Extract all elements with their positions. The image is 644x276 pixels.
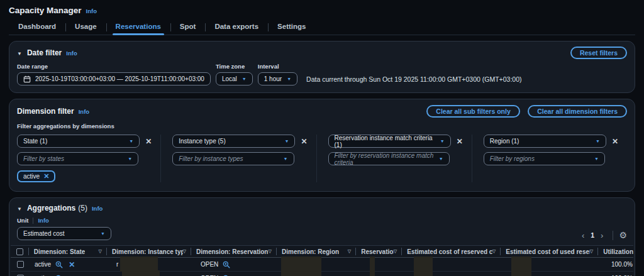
utilization-value: 100.0% <box>611 261 633 268</box>
zoom-in-icon[interactable] <box>223 261 230 268</box>
instance-type-dimension-select[interactable]: Instance type (5) ▼ <box>172 135 295 148</box>
date-filter-title: ▼ Date filter Info <box>17 48 77 57</box>
page-number[interactable]: 1 <box>588 231 597 239</box>
tab-reservations[interactable]: Reservations <box>106 19 170 35</box>
column-header-est-cost-used-reserved[interactable]: Estimated cost of used reserved capacity <box>506 248 590 255</box>
collapse-arrow-icon[interactable]: ▼ <box>17 206 22 212</box>
redacted-value <box>511 270 531 276</box>
column-header-region[interactable]: Dimension: Region <box>282 248 339 255</box>
dimension-filter-info-link[interactable]: Info <box>79 108 89 115</box>
tab-dashboard[interactable]: Dashboard <box>9 19 65 35</box>
redacted-value <box>511 257 531 272</box>
row-checkbox[interactable] <box>17 261 24 268</box>
column-header-reservations[interactable]: Reservations <box>361 248 394 255</box>
chevron-down-icon: ▼ <box>434 157 443 161</box>
table-row[interactable]: active ✕ u OPEN 100.0% <box>11 272 633 276</box>
tab-settings[interactable]: Settings <box>268 19 315 35</box>
dimension-filter-title: Dimension filter Info <box>17 107 89 116</box>
remove-row-filter-icon[interactable]: ✕ <box>69 274 75 276</box>
chevron-down-icon: ▼ <box>591 139 600 143</box>
date-filter-info-link[interactable]: Info <box>66 50 77 57</box>
calendar-icon <box>23 75 31 83</box>
aggregations-title: ▼ Aggregations (5) Info <box>17 204 103 213</box>
divider <box>33 218 33 224</box>
select-all-checkbox[interactable] <box>16 248 23 255</box>
column-header-utilization[interactable]: Utilization <box>603 248 633 255</box>
aggregations-table: Dimension: State▽ Dimension: Instance ty… <box>11 245 633 276</box>
remove-row-filter-icon[interactable]: ✕ <box>69 260 75 269</box>
chevron-down-icon: ▼ <box>279 157 288 161</box>
page-title-info-link[interactable]: Info <box>86 8 97 14</box>
column-header-est-cost-reserved[interactable]: Estimated cost of reserved capacity <box>407 248 492 255</box>
dimension-filter-match-criteria: Reservation instance match criteria (1) … <box>316 135 472 182</box>
collapse-arrow-icon[interactable]: ▼ <box>17 51 22 57</box>
dimension-filter-instance-type: Instance type (5) ▼ ✕ Filter by instance… <box>160 135 316 182</box>
remove-instance-type-dimension-icon[interactable]: ✕ <box>301 137 307 146</box>
sort-caret-icon[interactable]: ▽ <box>99 249 102 254</box>
instance-type-value: r <box>116 261 118 268</box>
next-page-icon[interactable]: › <box>597 231 607 240</box>
gear-icon[interactable]: ⚙ <box>619 230 627 240</box>
column-header-match-criteria[interactable]: Dimension: Reservation instance ... <box>196 248 269 255</box>
filter-by-instance-types-input[interactable]: Filter by instance types ▼ <box>172 152 294 165</box>
filter-by-states-input[interactable]: Filter by states ▼ <box>17 152 138 165</box>
remove-state-dimension-icon[interactable]: ✕ <box>145 137 152 146</box>
remove-match-criteria-dimension-icon[interactable]: ✕ <box>457 137 463 146</box>
dimension-filter-panel: Dimension filter Info Clear all sub filt… <box>9 99 635 192</box>
zoom-in-icon[interactable] <box>55 261 63 268</box>
sort-caret-icon[interactable]: ▽ <box>394 249 397 254</box>
date-range-label: Date range <box>17 63 211 70</box>
tab-bar: Dashboard Usage Reservations Spot Data e… <box>9 19 635 35</box>
tab-data-exports[interactable]: Data exports <box>205 19 268 35</box>
chevron-down-icon: ▼ <box>124 139 133 143</box>
unit-info-link[interactable]: Info <box>38 217 48 224</box>
region-dimension-select[interactable]: Region (1) ▼ <box>484 135 606 148</box>
chevron-down-icon: ▼ <box>123 157 132 161</box>
chevron-down-icon: ▼ <box>96 231 105 236</box>
reset-filters-button[interactable]: Reset filters <box>570 47 627 59</box>
redacted-value <box>370 257 375 272</box>
dimension-filter-state: State (1) ▼ ✕ Filter by states ▼ active … <box>17 135 160 182</box>
time-zone-select[interactable]: Local ▼ <box>216 72 253 86</box>
sort-caret-icon[interactable]: ▽ <box>183 249 186 254</box>
redacted-value <box>414 270 433 276</box>
column-header-state[interactable]: Dimension: State <box>34 248 86 255</box>
tab-usage[interactable]: Usage <box>65 19 106 35</box>
aggregations-count: (5) <box>78 204 87 213</box>
match-criteria-value: OPEN <box>201 261 218 268</box>
sort-caret-icon[interactable]: ▽ <box>590 249 593 254</box>
clear-dimension-filters-button[interactable]: Clear all dimension filters <box>528 105 627 118</box>
table-row[interactable]: active ✕ r OPEN 100.0% <box>11 258 633 272</box>
chevron-down-icon: ▼ <box>237 77 247 81</box>
date-filter-panel: ▼ Date filter Info Reset filters Date ra… <box>9 41 635 93</box>
state-filter-token: active ✕ <box>17 170 55 182</box>
aggregations-info-link[interactable]: Info <box>92 205 103 212</box>
redacted-value <box>370 270 375 276</box>
interval-select[interactable]: 1 hour ▼ <box>258 72 297 86</box>
chevron-down-icon: ▼ <box>280 139 289 143</box>
date-range-input[interactable]: 2025-10-19T03:00:00+03:00 — 2025-10-19T1… <box>17 72 211 86</box>
state-value: active <box>35 261 51 268</box>
redacted-value <box>414 257 433 272</box>
sort-caret-icon[interactable]: ▽ <box>348 249 351 254</box>
redacted-value <box>122 270 160 276</box>
filter-by-match-criteria-input[interactable]: Filter by reservation instance match cri… <box>328 152 450 165</box>
interval-label: Interval <box>258 63 297 70</box>
table-header-row: Dimension: State▽ Dimension: Instance ty… <box>11 246 633 258</box>
aggregations-panel: ▼ Aggregations (5) Info Unit Info Estima… <box>9 197 635 276</box>
tab-spot[interactable]: Spot <box>170 19 206 35</box>
sort-caret-icon[interactable]: ▽ <box>269 249 272 254</box>
match-criteria-dimension-select[interactable]: Reservation instance match criteria (1) … <box>328 135 451 148</box>
filter-by-regions-input[interactable]: Filter by regions ▼ <box>484 152 605 165</box>
chevron-down-icon: ▼ <box>435 139 445 143</box>
unit-select[interactable]: Estimated cost ▼ <box>17 227 111 240</box>
remove-region-dimension-icon[interactable]: ✕ <box>612 137 618 146</box>
remove-token-icon[interactable]: ✕ <box>43 172 49 180</box>
redacted-value <box>120 257 158 272</box>
column-header-instance-type[interactable]: Dimension: Instance type <box>112 248 183 255</box>
divider <box>613 231 613 240</box>
clear-sub-filters-button[interactable]: Clear all sub filters only <box>426 105 519 118</box>
sort-caret-icon[interactable]: ▽ <box>492 249 496 254</box>
previous-page-icon[interactable]: ‹ <box>578 231 588 240</box>
state-dimension-select[interactable]: State (1) ▼ <box>17 135 140 148</box>
